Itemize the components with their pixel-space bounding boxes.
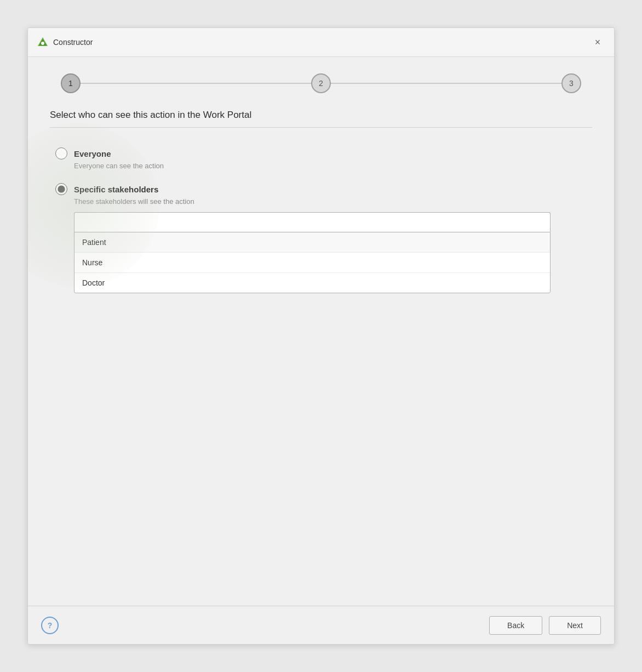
help-button[interactable]: ?: [41, 617, 59, 634]
footer-buttons: Back Next: [489, 616, 601, 635]
step-2: 2: [311, 73, 331, 93]
specific-label: Specific stakeholders: [74, 185, 158, 194]
dropdown-item-doctor[interactable]: Doctor: [74, 273, 550, 293]
everyone-description: Everyone can see the action: [55, 162, 587, 170]
step-1: 1: [61, 73, 81, 93]
next-button[interactable]: Next: [549, 616, 601, 635]
section-title: Select who can see this action in the Wo…: [50, 110, 592, 128]
dropdown-item-nurse[interactable]: Nurse: [74, 253, 550, 273]
step-3: 3: [561, 73, 581, 93]
everyone-label: Everyone: [74, 149, 111, 158]
stakeholder-search-input[interactable]: [74, 212, 551, 232]
everyone-option-row: Everyone: [55, 147, 587, 160]
title-bar: Constructor ×: [28, 28, 614, 57]
back-button[interactable]: Back: [489, 616, 542, 635]
close-button[interactable]: ×: [590, 35, 605, 50]
stepper: 1 2 3: [50, 73, 592, 93]
footer: ? Back Next: [28, 606, 614, 644]
specific-option-group: Specific stakeholders These stakeholders…: [55, 183, 587, 293]
dropdown-item-patient[interactable]: Patient: [74, 232, 550, 253]
title-bar-left: Constructor: [37, 36, 93, 48]
everyone-option-group: Everyone Everyone can see the action: [55, 147, 587, 170]
main-content: 1 2 3 Select who can see this action in …: [28, 57, 614, 606]
everyone-radio[interactable]: [55, 147, 67, 160]
specific-description: These stakeholders will see the action: [55, 197, 587, 206]
specific-option-row: Specific stakeholders: [55, 183, 587, 195]
stepper-steps: 1 2 3: [61, 73, 581, 93]
window-title: Constructor: [53, 38, 93, 47]
svg-point-2: [41, 42, 44, 45]
specific-radio[interactable]: [55, 183, 67, 195]
stakeholder-input-area: Patient Nurse Doctor: [55, 212, 587, 293]
options-area: Everyone Everyone can see the action Spe…: [50, 136, 592, 304]
stakeholder-dropdown: Patient Nurse Doctor: [74, 232, 551, 293]
app-logo-icon: [37, 36, 49, 48]
main-window: Constructor × 1 2 3 Select who can see t…: [27, 27, 615, 645]
